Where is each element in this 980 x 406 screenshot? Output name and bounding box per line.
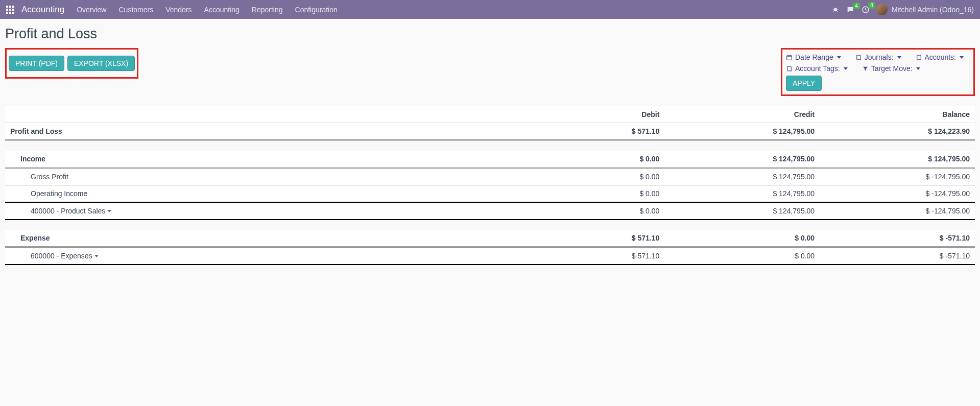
- cell-debit: $ 571.10: [509, 123, 664, 140]
- filter-accounts-label: Accounts:: [925, 53, 956, 61]
- row-expenses-account[interactable]: 600000 - Expenses $ 571.10 $ 0.00 $ -571…: [5, 247, 975, 265]
- cell-debit: $ 571.10: [509, 230, 664, 247]
- print-pdf-button[interactable]: PRINT (PDF): [9, 56, 64, 71]
- filter-date-range[interactable]: Date Range: [786, 53, 841, 61]
- cell-credit: $ 124,795.00: [664, 202, 820, 220]
- navbar: Accounting Overview Customers Vendors Ac…: [0, 0, 980, 19]
- nav-right: 4 8 Mitchell Admin (Odoo_16): [831, 4, 974, 15]
- filters-group: Date Range Journals: Accounts: Account T…: [781, 48, 975, 96]
- filter-target-move[interactable]: Target Move:: [862, 64, 920, 73]
- filter-journals-label: Journals:: [865, 53, 894, 61]
- filter-accounts[interactable]: Accounts:: [916, 53, 964, 61]
- nav-link-customers[interactable]: Customers: [118, 6, 153, 14]
- page-title: Profit and Loss: [5, 26, 975, 42]
- caret-down-icon: [960, 56, 964, 59]
- row-gross-profit[interactable]: Gross Profit $ 0.00 $ 124,795.00 $ -124,…: [5, 168, 975, 185]
- app-name[interactable]: Accounting: [21, 5, 64, 15]
- cell-name: Income: [5, 151, 509, 168]
- account-label: 600000 - Expenses: [31, 252, 92, 260]
- header-balance: Balance: [820, 106, 975, 123]
- cell-balance: $ -571.10: [820, 230, 975, 247]
- filter-target-move-label: Target Move:: [871, 64, 913, 73]
- toolbar: PRINT (PDF) EXPORT (XLSX) Date Range Jou…: [5, 48, 975, 96]
- row-operating-income[interactable]: Operating Income $ 0.00 $ 124,795.00 $ -…: [5, 185, 975, 202]
- messages-icon[interactable]: 4: [846, 6, 855, 14]
- cell-name: Profit and Loss: [5, 123, 509, 140]
- caret-down-icon: [94, 255, 99, 257]
- nav-link-configuration[interactable]: Configuration: [295, 6, 338, 14]
- caret-down-icon: [916, 67, 920, 70]
- cell-balance: $ 124,795.00: [820, 151, 975, 168]
- filter-journals[interactable]: Journals:: [855, 53, 901, 61]
- user-menu[interactable]: Mitchell Admin (Odoo_16): [876, 4, 974, 15]
- cell-balance: $ -571.10: [820, 247, 975, 265]
- svg-rect-2: [787, 55, 792, 60]
- activities-icon[interactable]: 8: [861, 5, 870, 14]
- svg-point-0: [834, 8, 838, 11]
- cell-credit: $ 0.00: [664, 230, 820, 247]
- cell-balance: $ -124,795.00: [820, 202, 975, 220]
- spacer-row: [5, 140, 975, 151]
- export-buttons-group: PRINT (PDF) EXPORT (XLSX): [5, 48, 138, 79]
- cell-debit: $ 0.00: [509, 151, 664, 168]
- cell-credit: $ 0.00: [664, 247, 820, 265]
- book-icon: [916, 54, 922, 61]
- cell-name: 400000 - Product Sales: [5, 202, 509, 220]
- calendar-icon: [786, 54, 793, 61]
- spacer-row: [5, 220, 975, 230]
- row-income[interactable]: Income $ 0.00 $ 124,795.00 $ 124,795.00: [5, 151, 975, 168]
- cell-debit: $ 0.00: [509, 168, 664, 185]
- messages-badge: 4: [853, 3, 860, 9]
- cell-credit: $ 124,795.00: [664, 185, 820, 202]
- header-name: [5, 106, 509, 123]
- cell-name: Gross Profit: [5, 168, 509, 185]
- header-credit: Credit: [664, 106, 820, 123]
- caret-down-icon: [844, 67, 848, 70]
- activities-badge: 8: [868, 2, 875, 9]
- account-label: 400000 - Product Sales: [31, 207, 105, 215]
- nav-links: Overview Customers Vendors Accounting Re…: [77, 6, 338, 14]
- cell-credit: $ 124,795.00: [664, 151, 820, 168]
- avatar: [876, 4, 888, 15]
- header-debit: Debit: [509, 106, 664, 123]
- user-label: Mitchell Admin (Odoo_16): [892, 6, 974, 14]
- cell-debit: $ 0.00: [509, 202, 664, 220]
- table-header-row: Debit Credit Balance: [5, 106, 975, 123]
- cell-name: Expense: [5, 230, 509, 247]
- cell-name: Operating Income: [5, 185, 509, 202]
- cell-credit: $ 124,795.00: [664, 123, 820, 140]
- row-expense[interactable]: Expense $ 571.10 $ 0.00 $ -571.10: [5, 230, 975, 247]
- cell-balance: $ 124,223.90: [820, 123, 975, 140]
- filter-account-tags[interactable]: Account Tags:: [786, 64, 848, 73]
- nav-link-reporting[interactable]: Reporting: [252, 6, 283, 14]
- filter-date-range-label: Date Range: [795, 53, 833, 61]
- book-icon: [855, 54, 862, 61]
- filter-icon: [862, 65, 869, 72]
- cell-name: 600000 - Expenses: [5, 247, 509, 265]
- caret-down-icon: [107, 210, 111, 212]
- row-product-sales[interactable]: 400000 - Product Sales $ 0.00 $ 124,795.…: [5, 202, 975, 220]
- cell-debit: $ 0.00: [509, 185, 664, 202]
- row-profit-and-loss[interactable]: Profit and Loss $ 571.10 $ 124,795.00 $ …: [5, 123, 975, 140]
- report-table: Debit Credit Balance Profit and Loss $ 5…: [5, 106, 975, 265]
- cell-balance: $ -124,795.00: [820, 185, 975, 202]
- bug-icon[interactable]: [831, 6, 840, 14]
- cell-debit: $ 571.10: [509, 247, 664, 265]
- caret-down-icon: [837, 56, 841, 59]
- filter-account-tags-label: Account Tags:: [795, 64, 840, 73]
- nav-link-overview[interactable]: Overview: [77, 6, 106, 14]
- apply-button[interactable]: APPLY: [786, 76, 822, 91]
- apps-icon[interactable]: [6, 6, 14, 14]
- export-xlsx-button[interactable]: EXPORT (XLSX): [67, 56, 135, 71]
- cell-credit: $ 124,795.00: [664, 168, 820, 185]
- cell-balance: $ -124,795.00: [820, 168, 975, 185]
- book-icon: [786, 65, 793, 72]
- caret-down-icon: [897, 56, 901, 59]
- nav-left: Accounting Overview Customers Vendors Ac…: [6, 5, 338, 15]
- nav-link-accounting[interactable]: Accounting: [204, 6, 240, 14]
- nav-link-vendors[interactable]: Vendors: [165, 6, 192, 14]
- main-content: Profit and Loss PRINT (PDF) EXPORT (XLSX…: [0, 19, 980, 270]
